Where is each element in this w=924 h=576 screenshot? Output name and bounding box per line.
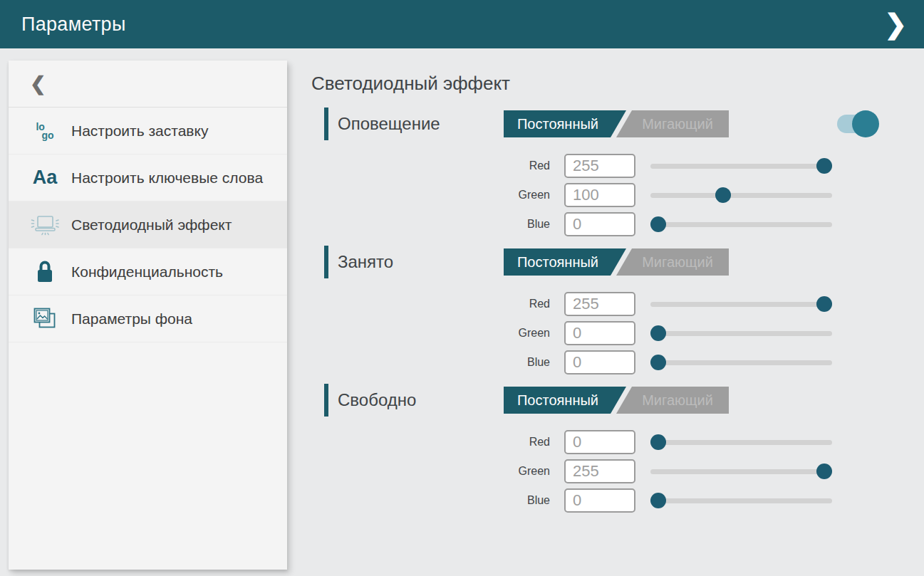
- channel-row-red: Red: [504, 154, 924, 178]
- section-free: Свободно Постоянный Мигающий Red Green: [311, 383, 924, 513]
- section-accent-bar: [324, 246, 328, 278]
- slider-thumb[interactable]: [715, 187, 731, 203]
- section-name: Оповещение: [338, 114, 504, 134]
- sidebar-item-privacy[interactable]: Конфиденциальность: [9, 248, 287, 295]
- channel-label: Green: [504, 189, 564, 201]
- green-slider[interactable]: [650, 325, 832, 341]
- toggle-thumb: [852, 110, 879, 137]
- slider-track: [650, 360, 832, 365]
- mode-blinking-button[interactable]: Мигающий: [616, 387, 729, 414]
- green-slider[interactable]: [650, 464, 832, 479]
- channel-row-blue: Blue: [504, 488, 924, 513]
- channel-row-green: Green: [504, 321, 924, 345]
- collapse-panel-icon[interactable]: ❯: [880, 11, 911, 38]
- sidebar-back-button[interactable]: ❮: [9, 61, 287, 108]
- channel-label: Red: [504, 159, 564, 172]
- slider-track: [650, 440, 832, 445]
- green-value-input[interactable]: [564, 321, 635, 345]
- slider-thumb[interactable]: [816, 158, 832, 174]
- section-notification: Оповещение Постоянный Мигающий Red Green: [311, 107, 924, 236]
- slider-track: [650, 222, 832, 227]
- sidebar-item-label: Настроить ключевые слова: [71, 168, 263, 187]
- channel-row-blue: Blue: [504, 350, 924, 375]
- logo-icon: logo: [28, 122, 61, 140]
- blue-slider[interactable]: [650, 216, 832, 232]
- slider-track: [650, 164, 832, 169]
- slider-thumb[interactable]: [650, 493, 666, 508]
- channel-label: Red: [504, 436, 564, 449]
- notification-toggle[interactable]: [837, 110, 874, 138]
- back-chevron-icon: ❮: [30, 73, 46, 95]
- text-aa-icon: Aa: [28, 168, 61, 187]
- green-value-input[interactable]: [564, 459, 635, 483]
- slider-thumb[interactable]: [816, 464, 832, 479]
- section-name: Занято: [338, 252, 504, 272]
- sidebar-item-label: Настроить заставку: [71, 121, 208, 140]
- channel-label: Red: [504, 298, 564, 310]
- blue-value-input[interactable]: [564, 350, 635, 375]
- red-value-input[interactable]: [564, 430, 635, 454]
- lock-icon: [28, 259, 61, 285]
- sidebar-item-label: Конфиденциальность: [71, 262, 223, 281]
- sidebar-item-label: Светодиодный эффект: [71, 215, 232, 234]
- slider-thumb[interactable]: [650, 325, 666, 341]
- green-slider[interactable]: [650, 187, 832, 203]
- blue-value-input[interactable]: [564, 212, 635, 236]
- slider-thumb[interactable]: [650, 434, 666, 450]
- slider-track: [650, 193, 832, 198]
- mode-blinking-button[interactable]: Мигающий: [616, 248, 729, 276]
- mode-constant-button[interactable]: Постоянный: [504, 110, 626, 137]
- page-title: Параметры: [21, 14, 126, 36]
- slider-track: [650, 302, 832, 307]
- content-title: Светодиодный эффект: [311, 71, 924, 95]
- channel-label: Green: [504, 465, 564, 478]
- slider-track: [650, 469, 832, 474]
- slider-track: [650, 498, 832, 503]
- section-busy: Занято Постоянный Мигающий Red Green: [311, 245, 924, 375]
- channel-row-green: Green: [504, 183, 924, 207]
- red-slider[interactable]: [650, 434, 832, 450]
- mode-blinking-button[interactable]: Мигающий: [616, 110, 729, 137]
- section-name: Свободно: [338, 390, 504, 410]
- settings-sidebar: ❮ logo Настроить заставку Aa Настроить к…: [9, 61, 287, 570]
- green-value-input[interactable]: [564, 183, 635, 207]
- led-effect-panel: Светодиодный эффект Оповещение Постоянны…: [287, 48, 924, 576]
- blue-slider[interactable]: [650, 493, 832, 508]
- channel-label: Blue: [504, 494, 564, 507]
- sidebar-item-led-effect[interactable]: Светодиодный эффект: [9, 201, 287, 248]
- blue-slider[interactable]: [650, 355, 832, 370]
- channel-label: Green: [504, 327, 564, 340]
- sidebar-item-splash-screen[interactable]: logo Настроить заставку: [9, 108, 287, 155]
- channel-row-red: Red: [504, 292, 924, 316]
- sidebar-item-label: Параметры фона: [71, 309, 192, 328]
- mode-constant-button[interactable]: Постоянный: [504, 387, 626, 414]
- mode-segmented-control: Постоянный Мигающий: [504, 387, 729, 414]
- images-icon: [28, 306, 61, 332]
- channel-row-red: Red: [504, 430, 924, 454]
- red-slider[interactable]: [650, 158, 832, 174]
- sidebar-item-keywords[interactable]: Aa Настроить ключевые слова: [9, 155, 287, 201]
- red-value-input[interactable]: [564, 292, 635, 316]
- channel-row-green: Green: [504, 459, 924, 483]
- red-slider[interactable]: [650, 296, 832, 312]
- sidebar-item-background[interactable]: Параметры фона: [9, 295, 287, 342]
- section-accent-bar: [324, 384, 328, 417]
- mode-segmented-control: Постоянный Мигающий: [504, 110, 729, 137]
- mode-segmented-control: Постоянный Мигающий: [504, 248, 729, 276]
- channel-label: Blue: [504, 218, 564, 231]
- slider-thumb[interactable]: [650, 216, 666, 232]
- glowing-monitor-icon: [28, 214, 61, 236]
- blue-value-input[interactable]: [564, 488, 635, 513]
- channel-label: Blue: [504, 356, 564, 369]
- red-value-input[interactable]: [564, 154, 635, 178]
- slider-track: [650, 331, 832, 336]
- mode-constant-button[interactable]: Постоянный: [504, 248, 626, 276]
- channel-row-blue: Blue: [504, 212, 924, 236]
- slider-thumb[interactable]: [816, 296, 832, 312]
- app-header: Параметры ❯: [0, 0, 924, 48]
- section-accent-bar: [324, 108, 328, 140]
- slider-thumb[interactable]: [650, 355, 666, 370]
